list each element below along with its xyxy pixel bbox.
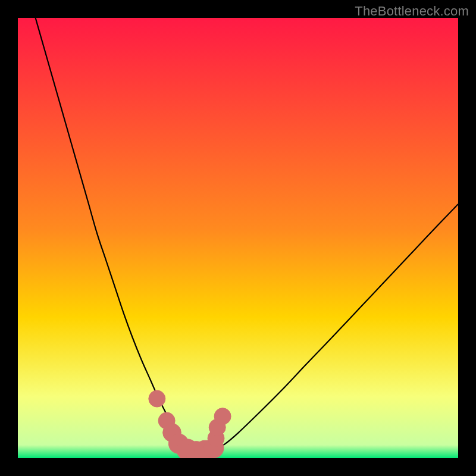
chart-svg: [18, 18, 458, 458]
marker-dot: [214, 408, 231, 425]
marker-dot: [149, 390, 165, 407]
gradient-background: [18, 18, 458, 458]
chart-stage: TheBottleneck.com: [0, 0, 476, 476]
plot-area: [18, 18, 458, 458]
watermark-text: TheBottleneck.com: [355, 4, 469, 19]
